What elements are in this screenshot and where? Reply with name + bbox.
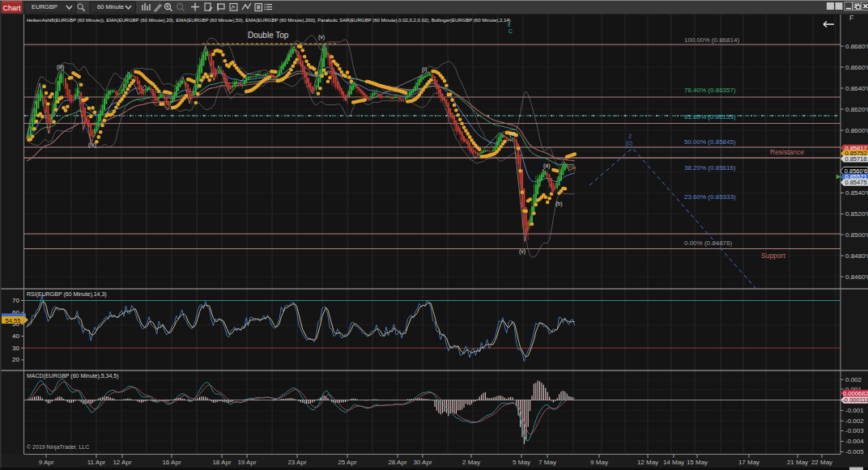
svg-text:Chart: Chart — [2, 4, 21, 12]
svg-text:(ii): (ii) — [509, 131, 516, 138]
svg-text:54.55: 54.55 — [6, 317, 21, 324]
svg-text:22 May: 22 May — [811, 459, 832, 466]
svg-text:20: 20 — [12, 356, 19, 363]
svg-text:17 May: 17 May — [738, 459, 760, 466]
svg-text:ll: ll — [508, 22, 511, 28]
svg-text:19 Apr: 19 Apr — [237, 459, 256, 466]
svg-text:23 Apr: 23 Apr — [287, 459, 306, 466]
svg-text:0.8620'0: 0.8620'0 — [845, 106, 868, 113]
svg-text:(c): (c) — [626, 140, 632, 146]
svg-text:5 May: 5 May — [513, 459, 530, 466]
svg-text:40: 40 — [12, 332, 19, 340]
svg-text:12 May: 12 May — [637, 459, 658, 466]
svg-text:9 May: 9 May — [590, 459, 608, 466]
svg-text:7 May: 7 May — [538, 459, 556, 466]
svg-text:28 Apr: 28 Apr — [388, 459, 406, 466]
svg-text:100.00% (0.86814): 100.00% (0.86814) — [684, 36, 739, 44]
svg-text:16 Apr: 16 Apr — [162, 459, 181, 466]
svg-text:(i): (i) — [422, 66, 427, 73]
svg-text:0.8540'0: 0.8540'0 — [845, 189, 868, 197]
svg-text:70: 70 — [12, 297, 19, 304]
svg-text:(a): (a) — [543, 163, 551, 169]
svg-text:0.8680'0: 0.8680'0 — [845, 43, 868, 50]
svg-text:© 2019 NinjaTrader, LLC: © 2019 NinjaTrader, LLC — [27, 444, 89, 451]
svg-text:MACD(EURGBP (60 Minute),5,34,5: MACD(EURGBP (60 Minute),5,34,5) — [27, 373, 118, 379]
svg-text:11 Apr: 11 Apr — [87, 459, 106, 466]
svg-text:50.00% (0.85845): 50.00% (0.85845) — [684, 138, 736, 146]
svg-text:Resistance: Resistance — [770, 148, 804, 156]
svg-text:F: F — [849, 14, 854, 22]
svg-text:0.8460'0: 0.8460'0 — [845, 273, 868, 281]
svg-text:HeikenAshi8(EURGBP (60 Minute): HeikenAshi8(EURGBP (60 Minute)), EMA(EUR… — [27, 18, 511, 23]
svg-text:-0.000118: -0.000118 — [842, 396, 868, 404]
svg-text:0.8520'0: 0.8520'0 — [845, 210, 868, 218]
svg-text:(v): (v) — [519, 248, 525, 255]
svg-text:-0.001: -0.001 — [845, 407, 864, 414]
svg-text:2 May: 2 May — [462, 459, 480, 466]
svg-text:0.00% (0.84876): 0.00% (0.84876) — [684, 239, 732, 247]
svg-text:0.8500'0: 0.8500'0 — [845, 231, 868, 239]
svg-text:30: 30 — [12, 345, 19, 352]
svg-text:76.40% (0.86357): 76.40% (0.86357) — [684, 87, 736, 94]
svg-text:0.85475: 0.85475 — [845, 179, 866, 186]
svg-text:0.8480'0: 0.8480'0 — [845, 252, 868, 260]
svg-text:C: C — [508, 28, 513, 34]
svg-text:12 Apr: 12 Apr — [113, 459, 131, 466]
svg-text:30 Apr: 30 Apr — [413, 459, 432, 466]
svg-text:Double Top: Double Top — [248, 31, 289, 40]
svg-text:0.8600'0: 0.8600'0 — [845, 127, 868, 134]
svg-text:15 May: 15 May — [687, 459, 708, 466]
svg-text:61.80% (0.86153): 61.80% (0.86153) — [684, 113, 736, 121]
svg-text:2: 2 — [628, 133, 632, 140]
svg-text:EURGBP: EURGBP — [32, 3, 57, 11]
svg-text:(v): (v) — [318, 34, 325, 40]
svg-text:0.002: 0.002 — [845, 376, 862, 383]
svg-text:(b): (b) — [555, 201, 563, 207]
svg-text:0.8660'0: 0.8660'0 — [845, 64, 868, 71]
svg-text:18 Apr: 18 Apr — [212, 459, 231, 466]
svg-text:(iv): (iv) — [88, 142, 96, 148]
svg-text:23.60% (0.85333): 23.60% (0.85333) — [684, 193, 736, 201]
svg-text:0.85716: 0.85716 — [845, 155, 866, 163]
svg-text:(iii): (iii) — [57, 64, 64, 70]
svg-text:25 Apr: 25 Apr — [338, 459, 356, 466]
svg-text:14 May: 14 May — [663, 459, 684, 466]
svg-text:-0.002: -0.002 — [845, 417, 864, 425]
svg-text:9 Apr: 9 Apr — [39, 459, 54, 466]
svg-text:-0.005: -0.005 — [845, 448, 864, 455]
svg-text:-0.004: -0.004 — [845, 438, 864, 445]
svg-text:RSI(EURGBP (60 Minute),14,3): RSI(EURGBP (60 Minute),14,3) — [27, 291, 107, 298]
svg-text:Support: Support — [761, 252, 785, 260]
svg-text:38.20% (0.85616): 38.20% (0.85616) — [684, 164, 736, 171]
svg-text:21 May: 21 May — [787, 459, 808, 466]
svg-text:-0.003: -0.003 — [845, 427, 864, 434]
svg-text:0.8640'0: 0.8640'0 — [845, 85, 868, 92]
svg-text:60 Minute: 60 Minute — [97, 3, 124, 11]
